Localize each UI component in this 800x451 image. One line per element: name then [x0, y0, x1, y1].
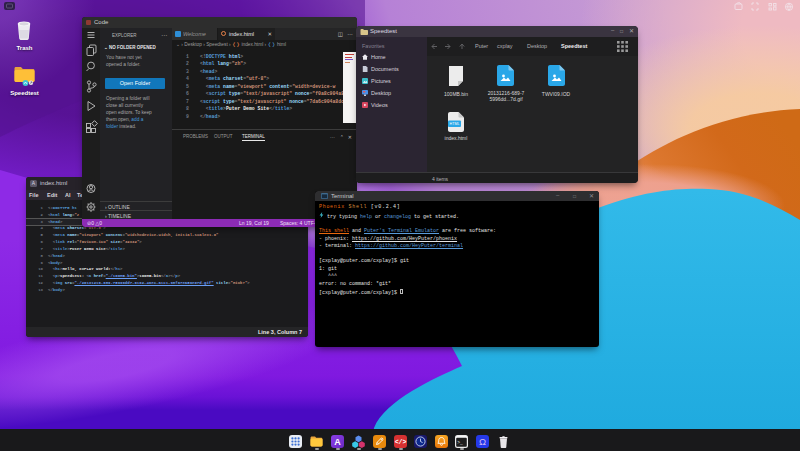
svg-text:Ω: Ω — [479, 436, 486, 447]
svg-text:>_: >_ — [457, 440, 463, 445]
svg-text:A: A — [334, 437, 341, 447]
svg-text:HTML: HTML — [450, 122, 460, 126]
svg-text:</>: </> — [395, 439, 407, 446]
